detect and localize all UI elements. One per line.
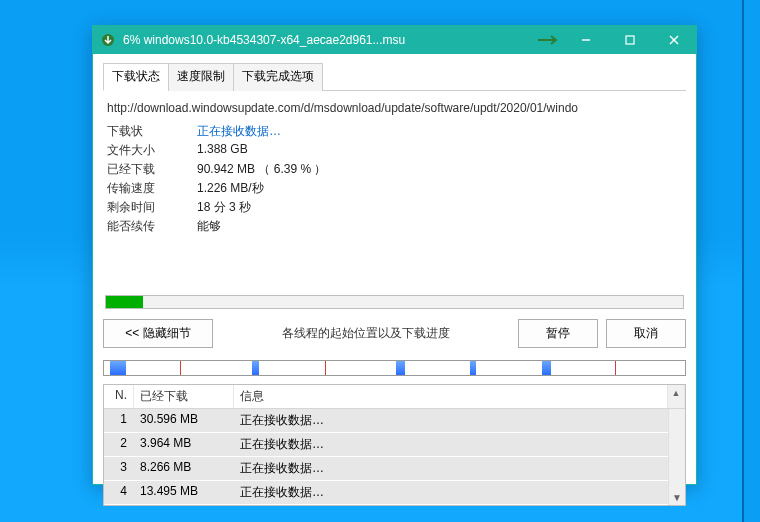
table-row[interactable]: 130.596 MB正在接收数据…	[104, 409, 668, 433]
table-row[interactable]: 413.495 MB正在接收数据…	[104, 481, 668, 505]
pause-button[interactable]: 暂停	[518, 319, 598, 348]
label-status: 下载状	[107, 123, 197, 140]
value-filesize: 1.388 GB	[197, 142, 682, 159]
scroll-down-icon[interactable]: ▼	[669, 489, 685, 505]
segment-chunk	[110, 361, 126, 375]
segment-chunk	[252, 361, 259, 375]
cell-n: 4	[104, 481, 134, 504]
label-speed: 传输速度	[107, 180, 197, 197]
value-downloaded: 90.942 MB （ 6.39 % ）	[197, 161, 682, 178]
maximize-button[interactable]	[608, 26, 652, 54]
table-row[interactable]: 38.266 MB正在接收数据…	[104, 457, 668, 481]
col-header-info[interactable]: 信息	[234, 385, 668, 408]
tab-speed-limit[interactable]: 速度限制	[168, 63, 234, 91]
segment-bar	[103, 360, 686, 376]
download-dialog: 6% windows10.0-kb4534307-x64_aecae2d961.…	[92, 25, 697, 485]
scroll-up-icon[interactable]: ▲	[668, 385, 685, 408]
cell-n: 1	[104, 409, 134, 432]
titlebar[interactable]: 6% windows10.0-kb4534307-x64_aecae2d961.…	[93, 26, 696, 54]
scroll-track[interactable]	[669, 409, 685, 425]
arrow-icon	[534, 35, 564, 45]
col-header-n[interactable]: N.	[104, 385, 134, 408]
cell-downloaded: 13.495 MB	[134, 481, 234, 504]
table-row[interactable]: 23.964 MB正在接收数据…	[104, 433, 668, 457]
minimize-button[interactable]	[564, 26, 608, 54]
tab-status[interactable]: 下载状态	[103, 63, 169, 91]
desktop-background-edge	[742, 0, 760, 522]
download-url: http://download.windowsupdate.com/d/msdo…	[103, 91, 686, 123]
app-icon	[99, 31, 117, 49]
progress-fill	[106, 296, 143, 308]
value-resume: 能够	[197, 218, 682, 235]
cell-downloaded: 30.596 MB	[134, 409, 234, 432]
segment-chunk	[396, 361, 405, 375]
button-row: << 隐藏细节 各线程的起始位置以及下载进度 暂停 取消	[103, 319, 686, 348]
close-button[interactable]	[652, 26, 696, 54]
tab-bar: 下载状态 速度限制 下载完成选项	[103, 62, 686, 91]
value-eta: 18 分 3 秒	[197, 199, 682, 216]
cell-downloaded: 8.266 MB	[134, 457, 234, 480]
window-controls	[564, 26, 696, 54]
tab-on-complete[interactable]: 下载完成选项	[233, 63, 323, 91]
label-filesize: 文件大小	[107, 142, 197, 159]
cell-n: 3	[104, 457, 134, 480]
hide-details-button[interactable]: << 隐藏细节	[103, 319, 213, 348]
segment-chunk	[542, 361, 551, 375]
segment-tick	[325, 361, 326, 375]
value-status: 正在接收数据…	[197, 123, 682, 140]
table-body: 130.596 MB正在接收数据…23.964 MB正在接收数据…38.266 …	[104, 409, 668, 505]
scrollbar[interactable]: ▼	[668, 409, 685, 505]
cell-info: 正在接收数据…	[234, 481, 668, 504]
label-resume: 能否续传	[107, 218, 197, 235]
col-header-downloaded[interactable]: 已经下载	[134, 385, 234, 408]
svg-rect-2	[626, 36, 634, 44]
threads-table: N. 已经下载 信息 ▲ 130.596 MB正在接收数据…23.964 MB正…	[103, 384, 686, 506]
value-speed: 1.226 MB/秒	[197, 180, 682, 197]
cell-info: 正在接收数据…	[234, 433, 668, 456]
threads-caption: 各线程的起始位置以及下载进度	[221, 325, 510, 342]
cell-info: 正在接收数据…	[234, 409, 668, 432]
download-stats: 下载状 正在接收数据… 文件大小 1.388 GB 已经下载 90.942 MB…	[103, 123, 686, 243]
cell-n: 2	[104, 433, 134, 456]
table-header: N. 已经下载 信息 ▲	[104, 385, 685, 409]
label-downloaded: 已经下载	[107, 161, 197, 178]
cancel-button[interactable]: 取消	[606, 319, 686, 348]
segment-tick	[615, 361, 616, 375]
label-eta: 剩余时间	[107, 199, 197, 216]
segment-chunk	[470, 361, 476, 375]
segment-tick	[180, 361, 181, 375]
progress-bar	[105, 295, 684, 309]
cell-downloaded: 3.964 MB	[134, 433, 234, 456]
window-title: 6% windows10.0-kb4534307-x64_aecae2d961.…	[123, 33, 534, 47]
cell-info: 正在接收数据…	[234, 457, 668, 480]
